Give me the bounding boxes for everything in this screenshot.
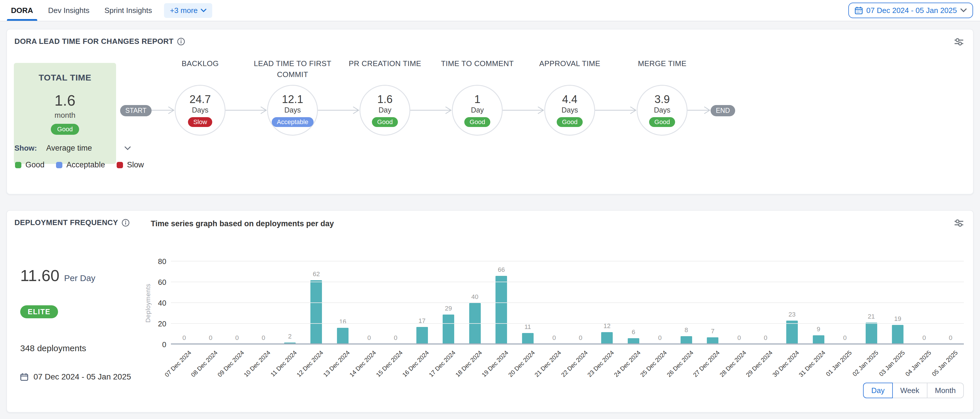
chevron-down-icon — [124, 146, 131, 150]
granularity-month[interactable]: Month — [927, 382, 964, 398]
stage-circle: 24.7DaysSlow — [175, 85, 226, 136]
x-axis-label: 20 Dec 2024 — [507, 349, 536, 378]
bar-value-label: 0 — [937, 334, 964, 342]
flow-arrow-icon — [318, 105, 360, 116]
bar-slot: 6619 Dec 2024 — [488, 262, 515, 344]
deployment-bar[interactable] — [786, 321, 798, 344]
y-tick-label: 60 — [146, 278, 166, 287]
x-axis-label: 17 Dec 2024 — [428, 349, 457, 378]
lead-time-card: DORA LEAD TIME FOR CHANGES REPORT TOTAL … — [6, 29, 974, 195]
deployment-bar[interactable] — [522, 333, 534, 344]
stage-name: MERGE TIME — [619, 58, 705, 84]
show-selected-value: Average time — [46, 144, 92, 152]
lead-time-title-text: DORA LEAD TIME FOR CHANGES REPORT — [14, 37, 173, 46]
stage-name: BACKLOG — [157, 58, 243, 84]
stage-name: APPROVAL TIME — [527, 58, 613, 84]
deployment-bar[interactable] — [892, 325, 904, 344]
x-axis-label: 13 Dec 2024 — [322, 349, 351, 378]
gridline — [171, 302, 964, 303]
bar-slot: 931 Dec 2024 — [805, 262, 832, 344]
deployments-bar-chart: Deployments 007 Dec 2024008 Dec 2024009 … — [171, 262, 964, 344]
status-legend: GoodAcceptableSlow — [15, 160, 155, 170]
stage-value: 4.4 — [562, 94, 578, 106]
gridline — [171, 323, 964, 324]
total-time-value: 1.6 — [14, 92, 116, 109]
stage-unit: Days — [285, 106, 301, 114]
bar-slot: 028 Dec 2024 — [726, 262, 752, 344]
legend-label: Good — [25, 160, 45, 170]
x-axis-label: 08 Dec 2024 — [190, 349, 219, 378]
legend-label: Slow — [127, 160, 144, 170]
bar-slot: 008 Dec 2024 — [197, 262, 224, 344]
x-axis-label: 11 Dec 2024 — [269, 349, 298, 378]
info-icon[interactable] — [177, 38, 185, 46]
bar-value-label: 0 — [752, 334, 779, 342]
x-axis-label: 14 Dec 2024 — [348, 349, 377, 378]
stage-unit: Days — [562, 106, 578, 114]
more-tabs-label: +3 more — [170, 6, 197, 15]
deployment-bar[interactable] — [310, 280, 322, 344]
tab-dev-insights[interactable]: Dev Insights — [44, 0, 94, 21]
bar-value-label: 19 — [885, 315, 911, 323]
bar-slot: 021 Dec 2024 — [541, 262, 567, 344]
end-node: END — [711, 105, 735, 116]
bar-slot: 1613 Dec 2024 — [329, 262, 356, 344]
legend-item-acceptable[interactable]: Acceptable — [56, 160, 105, 170]
stage-merge-time[interactable]: MERGE TIME3.9DaysGood — [637, 58, 687, 136]
legend-item-slow[interactable]: Slow — [117, 160, 144, 170]
bar-slot: 2102 Jan 2025 — [858, 262, 885, 344]
rate-value: 11.60 — [20, 266, 59, 285]
top-nav: DORADev InsightsSprint Insights +3 more … — [0, 0, 980, 21]
deployment-bar[interactable] — [469, 303, 481, 344]
date-range-picker[interactable]: 07 Dec 2024 - 05 Jan 2025 — [848, 3, 973, 18]
stage-circle: 1.6DayGood — [360, 85, 410, 136]
date-range-label: 07 Dec 2024 - 05 Jan 2025 — [866, 6, 957, 15]
deployment-bar[interactable] — [337, 328, 348, 344]
bar-slot: 1716 Dec 2024 — [409, 262, 436, 344]
stage-status-badge: Acceptable — [272, 117, 313, 127]
bar-value-label: 0 — [224, 334, 250, 342]
x-axis-label: 28 Dec 2024 — [718, 349, 748, 378]
info-icon[interactable] — [122, 219, 130, 227]
x-axis-label: 30 Dec 2024 — [771, 349, 800, 378]
show-dropdown[interactable]: Show: Average time — [14, 144, 131, 152]
stage-lead-time-to-first-commit[interactable]: LEAD TIME TO FIRST COMMIT12.1DaysAccepta… — [267, 58, 318, 136]
filter-settings-button[interactable] — [953, 217, 965, 230]
total-time-label: TOTAL TIME — [14, 73, 116, 83]
tab-dora[interactable]: DORA — [7, 0, 37, 21]
sliders-icon — [954, 219, 964, 227]
stage-status-badge: Slow — [188, 117, 212, 127]
stage-unit: Day — [471, 106, 484, 114]
x-axis-label: 10 Dec 2024 — [243, 349, 272, 378]
x-axis-label: 03 Jan 2025 — [878, 349, 906, 378]
bar-value-label: 11 — [515, 323, 541, 331]
chart-subtitle: Time series graph based on deployments p… — [151, 219, 334, 228]
x-axis-label: 21 Dec 2024 — [533, 349, 563, 378]
calendar-icon — [20, 373, 28, 381]
stage-circle: 3.9DaysGood — [637, 85, 687, 136]
stage-value: 24.7 — [189, 94, 211, 106]
stage-time-to-comment[interactable]: TIME TO COMMENT1DayGood — [452, 58, 503, 136]
deployment-bar[interactable] — [495, 276, 507, 344]
tab-sprint-insights[interactable]: Sprint Insights — [100, 0, 156, 21]
flow-arrow-icon — [410, 105, 452, 116]
bar-slot: 005 Jan 2025 — [937, 262, 964, 344]
more-tabs-button[interactable]: +3 more — [164, 3, 212, 18]
granularity-week[interactable]: Week — [892, 382, 928, 398]
deployment-bar[interactable] — [443, 314, 454, 344]
deployment-bar[interactable] — [865, 323, 877, 344]
granularity-day[interactable]: Day — [863, 382, 892, 398]
y-tick-label: 20 — [146, 319, 166, 329]
stage-status-badge: Good — [372, 117, 398, 127]
legend-item-good[interactable]: Good — [15, 160, 45, 170]
deployment-bar[interactable] — [416, 327, 428, 344]
stage-unit: Days — [654, 106, 670, 114]
x-axis-label: 01 Jan 2025 — [825, 349, 853, 378]
x-axis-line — [171, 343, 964, 344]
stage-pr-creation-time[interactable]: PR CREATION TIME1.6DayGood — [360, 58, 410, 136]
stage-backlog[interactable]: BACKLOG24.7DaysSlow — [175, 58, 226, 136]
deployment-bar[interactable] — [601, 332, 613, 344]
filter-settings-button[interactable] — [953, 37, 965, 49]
bar-slot: 007 Dec 2024 — [171, 262, 197, 344]
stage-approval-time[interactable]: APPROVAL TIME4.4DaysGood — [544, 58, 595, 136]
